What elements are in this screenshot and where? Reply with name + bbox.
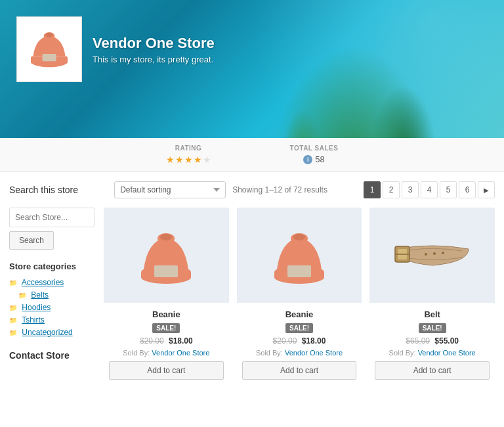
search-sort-row: Search this store Default sorting Sort b… (9, 181, 495, 198)
total-sales-stat: TOTAL SALES i 58 (290, 145, 339, 165)
sold-by-1: Sold By: Vendor One Store (109, 349, 224, 357)
product-image-2 (237, 208, 362, 303)
total-sales-label: TOTAL SALES (290, 145, 339, 152)
main-content: Search this store Default sorting Sort b… (0, 172, 504, 386)
category-accessories: 📁 Accessories (9, 278, 94, 287)
sold-by-3: Sold By: Vendor One Store (375, 349, 490, 357)
category-uncategorized: 📁 Uncategorized (9, 328, 94, 337)
sales-number: 58 (315, 154, 324, 164)
category-link-accessories[interactable]: Accessories (22, 278, 64, 287)
info-icon: i (303, 155, 312, 164)
product-belt-icon (390, 226, 475, 285)
search-store-input[interactable] (9, 208, 94, 227)
category-belts: 📁 Belts (9, 290, 94, 300)
category-link-tshirts[interactable]: Tshirts (22, 315, 45, 325)
vendor-info: Vendor One Store This is my store, its p… (93, 35, 215, 64)
search-button[interactable]: Search (9, 231, 54, 250)
page-4-btn[interactable]: 4 (421, 181, 438, 198)
star-2: ★ (175, 154, 184, 165)
product-image-3 (369, 208, 495, 303)
page-1-btn[interactable]: 1 (364, 181, 381, 198)
category-link-hoodies[interactable]: Hoodies (22, 303, 51, 312)
product-card-3: Belt SALE! $65.00 $55.00 Sold By: Vendor… (369, 208, 495, 386)
add-to-cart-btn-1[interactable]: Add to cart (109, 361, 224, 380)
product-details-3: Belt SALE! $65.00 $55.00 Sold By: Vendor… (369, 303, 495, 386)
sold-by-link-1[interactable]: Vendor One Store (152, 349, 209, 357)
svg-point-14 (293, 234, 305, 240)
category-link-belts[interactable]: Belts (31, 290, 49, 300)
sidebar: Search Store categories 📁 Accessories 📁 … (9, 208, 94, 386)
sold-by-link-3[interactable]: Vendor One Store (418, 349, 476, 357)
page-6-btn[interactable]: 6 (459, 181, 476, 198)
product-name-3: Belt (375, 309, 490, 319)
star-1: ★ (166, 154, 175, 165)
product-details-1: Beanie SALE! $20.00 $18.00 Sold By: Vend… (104, 303, 229, 386)
price-new-3: $55.00 (434, 336, 459, 346)
price-row-1: $20.00 $18.00 (109, 336, 224, 346)
total-sales-value: i 58 (290, 154, 339, 164)
star-5: ★ (203, 154, 211, 165)
category-link-uncategorized[interactable]: Uncategorized (22, 328, 72, 337)
sold-by-link-2[interactable]: Vendor One Store (285, 349, 343, 357)
price-row-2: $20.00 $18.00 (242, 336, 357, 346)
product-beanie-icon-1 (133, 219, 199, 292)
rating-label: RATING (166, 145, 211, 152)
products-grid: Beanie SALE! $20.00 $18.00 Sold By: Vend… (104, 208, 495, 386)
category-list: 📁 Accessories 📁 Belts 📁 Hoodies 📁 Tshirt… (9, 278, 94, 337)
folder-icon: 📁 (9, 317, 17, 324)
beanie-logo-icon (26, 26, 72, 72)
folder-icon: 📁 (9, 304, 17, 311)
svg-point-9 (160, 234, 172, 240)
product-image-1 (104, 208, 229, 303)
price-new-1: $18.00 (169, 336, 193, 346)
svg-point-19 (433, 252, 436, 255)
product-name-1: Beanie (109, 309, 224, 319)
vendor-card: Vendor One Store This is my store, its p… (16, 16, 215, 82)
product-details-2: Beanie SALE! $20.00 $18.00 Sold By: Vend… (237, 303, 362, 386)
rating-stat: RATING ★ ★ ★ ★ ★ (166, 145, 211, 165)
star-3: ★ (184, 154, 193, 165)
price-row-3: $65.00 $55.00 (375, 336, 490, 346)
price-old-1: $20.00 (140, 336, 164, 346)
categories-title: Store categories (9, 261, 94, 271)
next-page-btn[interactable]: ▶ (478, 181, 495, 198)
page-2-btn[interactable]: 2 (383, 181, 400, 198)
folder-icon: 📁 (18, 292, 26, 299)
stats-bar: RATING ★ ★ ★ ★ ★ TOTAL SALES i 58 (0, 138, 504, 172)
sale-badge-1: SALE! (152, 323, 180, 333)
svg-point-18 (425, 253, 427, 256)
svg-rect-2 (43, 54, 56, 61)
add-to-cart-btn-2[interactable]: Add to cart (242, 361, 357, 380)
add-to-cart-btn-3[interactable]: Add to cart (375, 361, 490, 380)
category-hoodies: 📁 Hoodies (9, 303, 94, 312)
search-section-label: Search this store (9, 185, 78, 195)
product-beanie-icon-2 (266, 219, 332, 292)
price-old-3: $65.00 (406, 336, 430, 346)
pagination: 1 2 3 4 5 6 ▶ (364, 181, 495, 198)
vendor-name: Vendor One Store (93, 35, 215, 52)
page-5-btn[interactable]: 5 (440, 181, 457, 198)
folder-icon: 📁 (9, 329, 17, 336)
star-4: ★ (194, 154, 202, 165)
product-card-2: Beanie SALE! $20.00 $18.00 Sold By: Vend… (237, 208, 362, 386)
sort-select[interactable]: Default sorting Sort by price: low to hi… (114, 181, 226, 198)
sold-by-2: Sold By: Vendor One Store (242, 349, 357, 357)
rating-value: ★ ★ ★ ★ ★ (166, 154, 211, 165)
page-3-btn[interactable]: 3 (402, 181, 419, 198)
product-grid: Beanie SALE! $20.00 $18.00 Sold By: Vend… (104, 208, 495, 386)
svg-rect-7 (154, 265, 178, 277)
product-name-2: Beanie (242, 309, 357, 319)
svg-point-4 (45, 33, 52, 37)
svg-point-20 (442, 252, 444, 254)
vendor-desc: This is my store, its pretty great. (93, 55, 215, 64)
contact-store-label[interactable]: Contact Store (9, 350, 94, 361)
two-col-layout: Search Store categories 📁 Accessories 📁 … (9, 208, 495, 386)
svg-rect-12 (287, 265, 311, 277)
star-rating: ★ ★ ★ ★ ★ (166, 154, 211, 165)
vendor-logo (16, 16, 82, 82)
sale-badge-3: SALE! (419, 323, 446, 333)
price-old-2: $20.00 (273, 336, 297, 346)
category-tshirts: 📁 Tshirts (9, 315, 94, 325)
results-count: Showing 1–12 of 72 results (232, 185, 327, 194)
price-new-2: $18.00 (302, 336, 326, 346)
